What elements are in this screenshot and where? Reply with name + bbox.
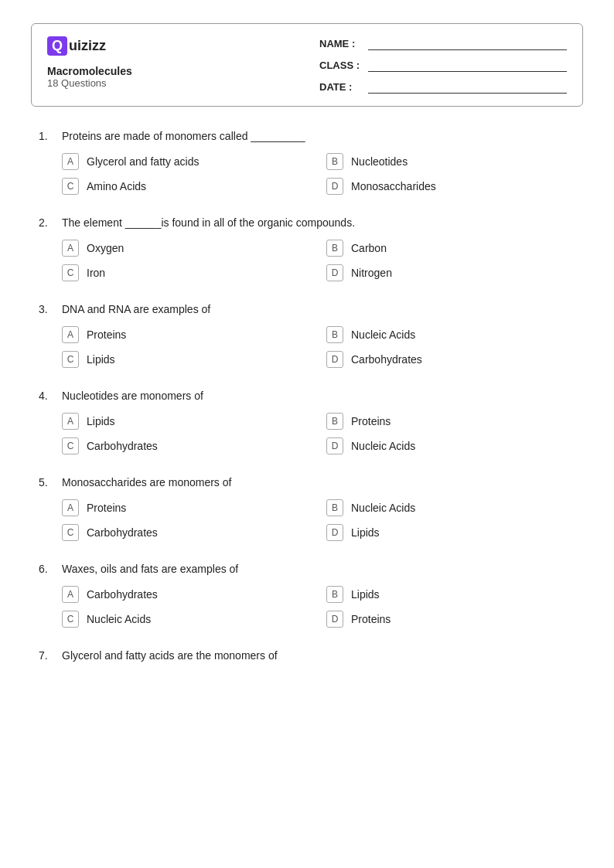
option-text-1-c: Amino Acids — [87, 180, 146, 192]
question-6-body: Waxes, oils and fats are examples of — [62, 563, 238, 575]
option-text-5-d: Lipids — [351, 526, 380, 539]
question-2-text: 2.The element ______is found in all of t… — [39, 216, 575, 229]
question-2-option-b[interactable]: BCarbon — [326, 240, 575, 257]
option-text-5-c: Carbohydrates — [87, 526, 158, 539]
option-letter-c: C — [62, 524, 79, 541]
option-letter-b: B — [326, 413, 343, 430]
question-2-body: The element ______is found in all of the… — [62, 216, 355, 229]
option-text-3-d: Carbohydrates — [351, 353, 422, 366]
question-3-num: 3. — [39, 303, 54, 315]
option-text-2-d: Nitrogen — [351, 267, 392, 279]
question-3-option-b[interactable]: BNucleic Acids — [326, 326, 575, 343]
question-6-option-a[interactable]: ACarbohydrates — [62, 586, 311, 603]
option-letter-a: A — [62, 586, 79, 603]
question-4-option-c[interactable]: CCarbohydrates — [62, 437, 311, 454]
option-letter-d: D — [326, 351, 343, 368]
question-4-option-d[interactable]: DNucleic Acids — [326, 437, 575, 454]
date-line[interactable] — [368, 80, 567, 94]
question-6-option-d[interactable]: DProteins — [326, 611, 575, 628]
question-5-option-a[interactable]: AProteins — [62, 499, 311, 516]
option-letter-b: B — [326, 586, 343, 603]
option-letter-c: C — [62, 264, 79, 281]
class-line[interactable] — [368, 58, 567, 72]
question-2: 2.The element ______is found in all of t… — [39, 216, 575, 281]
question-6-text: 6.Waxes, oils and fats are examples of — [39, 563, 575, 575]
name-row: NAME : — [319, 36, 567, 50]
question-1-num: 1. — [39, 130, 54, 142]
class-row: CLASS : — [319, 58, 567, 72]
option-letter-a: A — [62, 240, 79, 257]
question-7-text: 7.Glycerol and fatty acids are the monom… — [39, 649, 575, 662]
question-5-option-d[interactable]: DLipids — [326, 524, 575, 541]
question-2-option-c[interactable]: CIron — [62, 264, 311, 281]
question-1-option-c[interactable]: CAmino Acids — [62, 178, 311, 195]
option-text-4-d: Nucleic Acids — [351, 440, 415, 452]
question-5-option-b[interactable]: BNucleic Acids — [326, 499, 575, 516]
question-2-option-a[interactable]: AOxygen — [62, 240, 311, 257]
question-4-option-b[interactable]: BProteins — [326, 413, 575, 430]
question-4: 4.Nucleotides are monomers ofALipidsBPro… — [39, 390, 575, 454]
option-text-5-a: Proteins — [87, 502, 126, 514]
option-text-5-b: Nucleic Acids — [351, 502, 415, 514]
question-4-num: 4. — [39, 390, 54, 402]
option-text-2-a: Oxygen — [87, 242, 124, 254]
question-2-option-d[interactable]: DNitrogen — [326, 264, 575, 281]
question-6-option-c[interactable]: CNucleic Acids — [62, 611, 311, 628]
question-1-option-a[interactable]: AGlycerol and fatty acids — [62, 153, 311, 170]
option-text-4-c: Carbohydrates — [87, 440, 158, 452]
question-3-option-d[interactable]: DCarbohydrates — [326, 351, 575, 368]
question-5-num: 5. — [39, 476, 54, 488]
option-letter-d: D — [326, 178, 343, 195]
question-7-num: 7. — [39, 649, 54, 662]
question-5-options: AProteinsBNucleic AcidsCCarbohydratesDLi… — [39, 499, 575, 541]
option-text-6-a: Carbohydrates — [87, 588, 158, 601]
question-5-body: Monosaccharides are monomers of — [62, 476, 231, 488]
question-1-body: Proteins are made of monomers called ___… — [62, 130, 305, 142]
option-letter-b: B — [326, 240, 343, 257]
option-letter-b: B — [326, 153, 343, 170]
option-text-2-b: Carbon — [351, 242, 387, 254]
question-4-option-a[interactable]: ALipids — [62, 413, 311, 430]
option-text-3-a: Proteins — [87, 328, 126, 341]
option-letter-c: C — [62, 351, 79, 368]
option-text-6-b: Lipids — [351, 588, 380, 601]
option-text-6-c: Nucleic Acids — [87, 613, 151, 625]
option-letter-d: D — [326, 611, 343, 628]
option-text-1-a: Glycerol and fatty acids — [87, 155, 200, 168]
question-3: 3.DNA and RNA are examples ofAProteinsBN… — [39, 303, 575, 368]
option-letter-d: D — [326, 524, 343, 541]
quiz-count: 18 Questions — [47, 77, 132, 89]
questions-area: 1.Proteins are made of monomers called _… — [31, 130, 583, 662]
option-letter-c: C — [62, 611, 79, 628]
question-4-options: ALipidsBProteinsCCarbohydratesDNucleic A… — [39, 413, 575, 454]
logo-rest-text: uizizz — [69, 38, 106, 54]
name-label: NAME : — [319, 38, 362, 49]
question-4-text: 4.Nucleotides are monomers of — [39, 390, 575, 402]
question-7-body: Glycerol and fatty acids are the monomer… — [62, 649, 278, 662]
option-text-1-d: Monosaccharides — [351, 180, 436, 192]
option-text-4-b: Proteins — [351, 415, 391, 427]
question-3-option-a[interactable]: AProteins — [62, 326, 311, 343]
option-letter-d: D — [326, 264, 343, 281]
option-letter-c: C — [62, 178, 79, 195]
question-1-option-d[interactable]: DMonosaccharides — [326, 178, 575, 195]
question-3-option-c[interactable]: CLipids — [62, 351, 311, 368]
question-6: 6.Waxes, oils and fats are examples ofAC… — [39, 563, 575, 628]
question-6-options: ACarbohydratesBLipidsCNucleic AcidsDProt… — [39, 586, 575, 628]
question-3-text: 3.DNA and RNA are examples of — [39, 303, 575, 315]
logo-q-letter: Q — [47, 36, 67, 56]
header-box: Q uizizz Macromolecules 18 Questions NAM… — [31, 23, 583, 107]
question-6-option-b[interactable]: BLipids — [326, 586, 575, 603]
question-7: 7.Glycerol and fatty acids are the monom… — [39, 649, 575, 662]
date-row: DATE : — [319, 80, 567, 94]
question-1-option-b[interactable]: BNucleotides — [326, 153, 575, 170]
option-letter-b: B — [326, 499, 343, 516]
question-2-options: AOxygenBCarbonCIronDNitrogen — [39, 240, 575, 281]
option-letter-a: A — [62, 413, 79, 430]
option-text-6-d: Proteins — [351, 613, 391, 625]
question-1: 1.Proteins are made of monomers called _… — [39, 130, 575, 195]
name-line[interactable] — [368, 36, 567, 50]
question-5-option-c[interactable]: CCarbohydrates — [62, 524, 311, 541]
header-right: NAME : CLASS : DATE : — [319, 36, 567, 94]
question-1-options: AGlycerol and fatty acidsBNucleotidesCAm… — [39, 153, 575, 195]
